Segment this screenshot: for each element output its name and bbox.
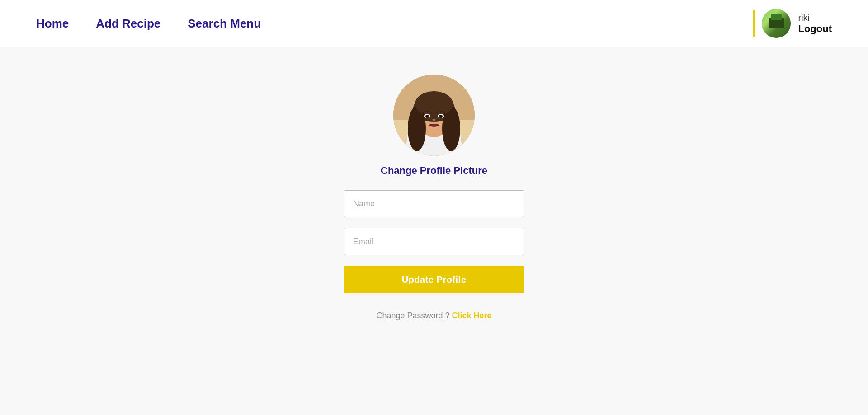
user-info: riki Logout <box>798 13 832 35</box>
avatar[interactable] <box>762 9 791 38</box>
svg-point-11 <box>415 91 453 117</box>
home-link[interactable]: Home <box>36 17 69 31</box>
main-content: Change Profile Picture Update Profile Ch… <box>0 47 868 321</box>
username-label: riki <box>798 13 810 23</box>
nav-divider <box>753 10 755 37</box>
email-input[interactable] <box>344 228 524 255</box>
avatar-image <box>762 9 791 38</box>
name-input[interactable] <box>344 190 524 217</box>
svg-point-17 <box>440 115 442 117</box>
change-profile-picture-label: Change Profile Picture <box>381 165 487 177</box>
profile-picture-image <box>393 75 475 156</box>
logout-button[interactable]: Logout <box>798 23 832 35</box>
search-menu-link[interactable]: Search Menu <box>188 17 261 31</box>
nav-links: Home Add Recipe Search Menu <box>36 17 261 31</box>
profile-picture-upload[interactable] <box>393 75 475 156</box>
change-password-text: Change Password ? <box>376 311 449 320</box>
navbar: Home Add Recipe Search Menu riki Logout <box>0 0 868 47</box>
svg-point-16 <box>426 115 428 117</box>
nav-right: riki Logout <box>753 9 832 38</box>
click-here-link[interactable]: Click Here <box>452 311 492 320</box>
profile-form: Update Profile <box>344 190 524 293</box>
add-recipe-link[interactable]: Add Recipe <box>96 17 160 31</box>
update-profile-button[interactable]: Update Profile <box>344 266 524 293</box>
change-password-section: Change Password ? Click Here <box>376 311 491 321</box>
